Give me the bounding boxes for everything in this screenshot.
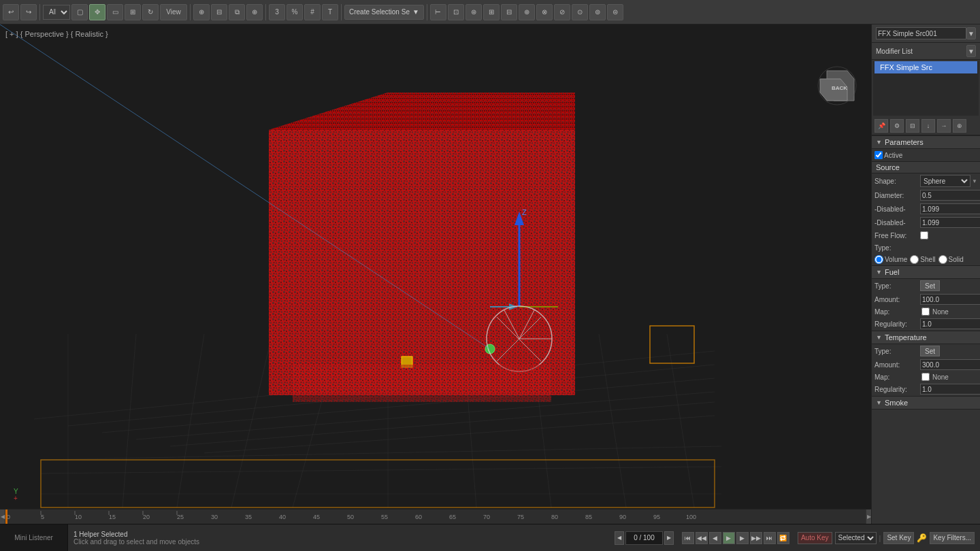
panel-icon-arrow[interactable]: → [937,119,951,133]
tool-r6[interactable]: ⊕ [519,4,535,20]
smoke-collapse[interactable]: ▼ [876,399,882,406]
select-tool[interactable]: ▢ [71,4,88,20]
set-key-button[interactable]: Set Key [883,532,914,544]
play-loop[interactable]: 🔁 [777,532,789,544]
disabled1-input[interactable] [920,203,980,214]
tool-r11[interactable]: ⊜ [607,4,623,20]
timeline-scroll-left[interactable]: ◀ [0,510,5,524]
play-button[interactable]: ▶ [723,532,735,544]
play-next-frame[interactable]: ▶ [736,532,749,544]
fuel-collapse[interactable]: ▼ [876,269,882,276]
svg-text:20: 20 [143,514,150,520]
tool-r4[interactable]: ⊞ [483,4,500,20]
modifier-item[interactable]: FFX Simple Src [875,61,977,73]
selected-text: 1 Helper Selected [74,531,604,538]
timeline-scroll-right[interactable]: ▶ [866,510,871,524]
hash-tool[interactable]: # [304,4,321,20]
undo-button[interactable]: ↩ [3,4,19,20]
auto-key-button[interactable]: Auto Key [798,532,832,544]
view-button[interactable]: View [160,4,187,20]
snap-tool[interactable]: ⊟ [211,4,227,20]
frame-input[interactable] [625,531,663,545]
disabled2-input[interactable] [920,217,980,228]
type-volume-radio[interactable] [875,255,883,264]
tool-r2[interactable]: ⊡ [448,4,464,20]
rotate-tool[interactable]: ↻ [142,4,159,20]
status-bar: 1 Helper Selected Click and drag to sele… [68,531,609,546]
panel-icon-pin[interactable]: 📌 [875,119,888,133]
separator-3 [265,4,266,20]
svg-text:80: 80 [551,514,558,520]
panel-icon-paste[interactable]: ↓ [921,119,935,133]
temp-type-row: Type: Set [872,344,980,358]
diameter-label: Diameter: [875,192,919,199]
fuel-map-value: None [932,308,949,316]
shape-select[interactable]: Sphere Box Cylinder [920,175,970,187]
type-volume-text: Volume [885,256,907,263]
timeline-track[interactable]: ◀ 0 5 10 15 20 25 30 35 40 45 50 55 60 6… [0,510,871,524]
fuel-amount-input[interactable] [920,294,980,305]
3d-viewport[interactable]: Z + Y [0,24,871,524]
play-end[interactable]: ⏭ [764,532,776,544]
temp-map-checkbox[interactable] [921,373,930,381]
snap2-tool[interactable]: ⊕ [246,4,263,20]
active-checkbox[interactable] [875,151,883,159]
play-next-key[interactable]: ▶▶ [750,532,762,544]
temp-regularity-input[interactable] [920,384,980,395]
fuel-set-button[interactable]: Set [920,280,940,291]
selected-dropdown[interactable]: Selected [835,532,877,544]
type-solid-radio[interactable] [938,255,947,264]
temp-set-button[interactable]: Set [920,346,940,356]
orbit-tool[interactable]: ⊕ [193,4,210,20]
text-tool[interactable]: T [322,4,338,20]
main-toolbar: ↩ ↪ All ▢ ✥ ▭ ⊞ ↻ View ⊕ ⊟ ⧉ ⊕ 3 % # T C… [0,0,980,24]
navigation-cube[interactable]: BACK [817,65,858,106]
type-solid-label[interactable]: Solid [938,255,964,264]
temperature-collapse[interactable]: ▼ [876,334,882,341]
panel-icon-settings[interactable]: ⚙ [890,119,904,133]
tool-r1[interactable]: ⊢ [430,4,446,20]
tool-r7[interactable]: ⊗ [536,4,553,20]
rect-select-tool[interactable]: ▭ [107,4,123,20]
frame-next[interactable]: ▶ [664,531,674,545]
diameter-input[interactable] [920,190,980,201]
play-start[interactable]: ⏮ [682,532,694,544]
mini-listener[interactable]: Mini Listener [0,524,68,552]
play-prev-key[interactable]: ◀◀ [696,532,708,544]
svg-text:50: 50 [347,514,354,520]
tool-r8[interactable]: ⊘ [554,4,570,20]
panel-icon-add[interactable]: ⊕ [953,119,966,133]
fuel-regularity-input[interactable] [920,318,980,329]
key-filters-button[interactable]: Key Filters... [930,532,975,544]
percent-tool[interactable]: % [287,4,303,20]
type-shell-radio[interactable] [910,255,919,264]
object-name-dropdown[interactable]: ▼ [966,27,976,39]
scale-tool[interactable]: ⊞ [125,4,141,20]
type-volume-label[interactable]: Volume [875,255,907,264]
svg-rect-55 [293,365,551,402]
type-label: Type: [875,244,919,252]
temp-amount-input[interactable] [920,359,980,370]
type-shell-label[interactable]: Shell [910,255,935,264]
frame-prev[interactable]: ◀ [615,531,624,545]
tool-r10[interactable]: ⊚ [589,4,606,20]
tool-r3[interactable]: ⊛ [466,4,482,20]
tool-3[interactable]: 3 [269,4,285,20]
panel-icon-copy[interactable]: ⊟ [906,119,919,133]
tool-r9[interactable]: ⊙ [572,4,588,20]
play-prev-frame[interactable]: ◀ [709,532,721,544]
tool-r5[interactable]: ⊟ [501,4,517,20]
move-tool[interactable]: ✥ [89,4,105,20]
fuel-map-checkbox[interactable] [921,307,930,316]
object-name-input[interactable] [876,27,966,39]
redo-button[interactable]: ↪ [20,4,37,20]
free-flow-checkbox[interactable] [920,231,928,239]
create-selection-button[interactable]: Create Selection Se ▼ [344,5,424,20]
modifier-list-label: Modifier List [876,48,966,55]
align-tool[interactable]: ⧉ [229,4,245,20]
mode-select[interactable]: All [43,5,70,20]
temp-map-value: None [932,373,949,381]
modifier-list-dropdown[interactable]: ▼ [966,45,976,57]
fuel-amount-row: Amount: ▲ ▼ [872,293,980,306]
parameters-collapse[interactable]: ▼ [876,139,882,146]
